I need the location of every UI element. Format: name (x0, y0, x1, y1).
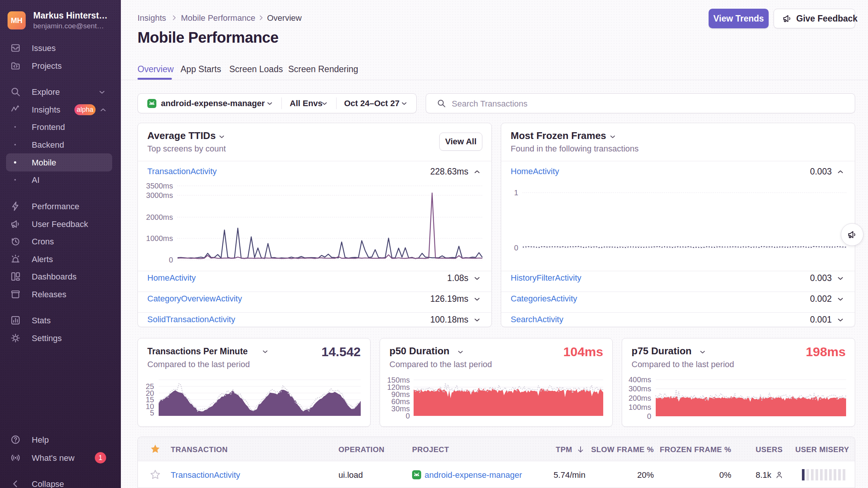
svg-text:0: 0 (169, 256, 173, 264)
svg-text:0: 0 (406, 412, 410, 420)
svg-text:1000ms: 1000ms (146, 234, 173, 242)
svg-text:100ms: 100ms (629, 403, 651, 411)
svg-text:3500ms: 3500ms (146, 182, 173, 190)
svg-text:400ms: 400ms (629, 375, 651, 384)
svg-text:300ms: 300ms (629, 385, 651, 393)
svg-text:0: 0 (647, 412, 651, 420)
svg-text:200ms: 200ms (629, 394, 651, 402)
svg-text:1: 1 (514, 188, 518, 197)
svg-text:5: 5 (150, 409, 154, 417)
svg-text:2000ms: 2000ms (146, 213, 173, 221)
svg-text:0: 0 (514, 244, 518, 252)
svg-text:3000ms: 3000ms (146, 191, 173, 199)
